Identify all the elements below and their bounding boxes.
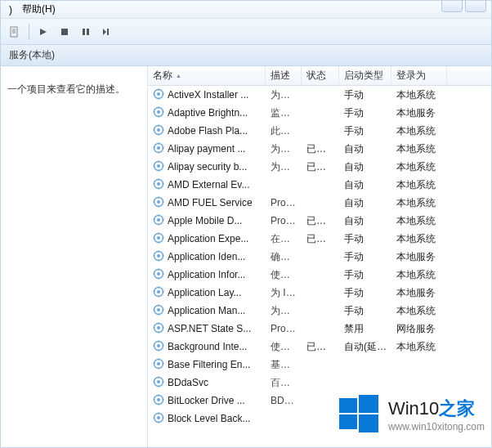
play-icon[interactable]: [34, 23, 52, 41]
svg-point-8: [157, 92, 160, 96]
column-header-startup[interactable]: 启动类型: [339, 66, 391, 85]
table-row[interactable]: Base Filtering En...基本...: [148, 356, 491, 374]
gear-icon: [153, 304, 164, 318]
gear-icon: [153, 160, 164, 174]
service-name-text: Application Man...: [168, 305, 245, 316]
gear-icon: [153, 322, 164, 336]
column-header-name[interactable]: 名称 ▲: [148, 66, 266, 85]
gear-icon: [153, 124, 164, 138]
service-startup-cell: 禁用: [339, 322, 391, 336]
service-name-cell: Alipay security b...: [148, 160, 266, 174]
svg-point-56: [157, 236, 160, 240]
service-name-text: BitLocker Drive ...: [168, 395, 245, 406]
svg-point-62: [157, 254, 160, 258]
svg-point-80: [157, 308, 160, 311]
toolbar-doc-icon[interactable]: [6, 23, 24, 41]
service-name-cell: Alipay payment ...: [148, 142, 266, 156]
service-status-cell: 已启动: [302, 340, 339, 354]
column-header-status[interactable]: 状态: [302, 66, 339, 85]
service-desc-cell: Prov...: [266, 197, 302, 208]
service-name-text: BDdaSvc: [168, 377, 208, 388]
table-row[interactable]: Alipay payment ...为支...已启动自动本地系统: [148, 140, 491, 158]
svg-point-74: [157, 290, 160, 293]
service-logon-cell: 本地系统: [391, 160, 447, 174]
service-logon-cell: 本地系统: [391, 142, 447, 156]
svg-point-98: [157, 362, 160, 365]
table-row[interactable]: Application Expe...在应...已启动手动本地系统: [148, 230, 491, 248]
service-desc-cell: 使用...: [266, 340, 302, 354]
service-name-text: ASP.NET State S...: [168, 323, 251, 334]
service-name-cell: Application Man...: [148, 304, 266, 318]
table-row[interactable]: AMD External Ev...自动本地系统: [148, 176, 491, 194]
service-name-text: Application Lay...: [168, 287, 242, 298]
service-desc-cell: 为 In...: [266, 286, 302, 300]
service-desc-cell: 为支...: [266, 142, 302, 156]
table-row[interactable]: ASP.NET State S...Prov...禁用网络服务: [148, 320, 491, 338]
service-name-cell: ActiveX Installer ...: [148, 88, 266, 102]
service-list-pane: 名称 ▲ 描述 状态 启动类型 登录为 ActiveX Installer ..…: [148, 66, 491, 447]
service-startup-cell: 手动: [339, 88, 391, 102]
table-row[interactable]: Application Infor...使用...手动本地系统: [148, 266, 491, 284]
svg-point-116: [157, 416, 160, 419]
table-row[interactable]: Apple Mobile D...Prov...已启动自动本地系统: [148, 212, 491, 230]
window-minimize-hint[interactable]: [441, 0, 463, 12]
table-row[interactable]: Block Level Back...: [148, 410, 491, 428]
service-logon-cell: 本地系统: [391, 178, 447, 192]
service-name-text: Adobe Flash Pla...: [168, 125, 248, 137]
table-row[interactable]: Adobe Flash Pla...此服...手动本地系统: [148, 122, 491, 140]
service-name-cell: AMD FUEL Service: [148, 196, 266, 210]
menu-bar: ) 帮助(H): [1, 1, 491, 19]
panel-header: 服务(本地): [1, 45, 491, 66]
service-name-cell: AMD External Ev...: [148, 178, 266, 192]
service-name-cell: Application Expe...: [148, 232, 266, 246]
gear-icon: [153, 250, 164, 264]
pause-icon[interactable]: [77, 23, 95, 41]
service-logon-cell: 本地系统: [391, 304, 447, 318]
gear-icon: [153, 214, 164, 228]
column-header-row: 名称 ▲ 描述 状态 启动类型 登录为: [148, 66, 491, 86]
menu-item-help[interactable]: 帮助(H): [17, 1, 60, 18]
table-row[interactable]: Application Man...为通...手动本地系统: [148, 302, 491, 320]
svg-rect-0: [11, 27, 17, 37]
gear-icon: [153, 232, 164, 246]
service-logon-cell: 本地服务: [391, 250, 447, 264]
service-name-cell: BitLocker Drive ...: [148, 394, 266, 408]
gear-icon: [153, 196, 164, 210]
table-row[interactable]: BitLocker Drive ...BDE...: [148, 392, 491, 410]
svg-point-68: [157, 272, 160, 276]
svg-point-50: [157, 218, 160, 222]
stop-icon[interactable]: [56, 23, 74, 41]
service-logon-cell: 本地系统: [391, 124, 447, 138]
service-desc-cell: Prov...: [266, 323, 302, 334]
svg-point-92: [157, 344, 160, 347]
service-desc-cell: 为支...: [266, 160, 302, 174]
menu-item-close-paren[interactable]: ): [4, 2, 17, 17]
table-row[interactable]: Application Iden...确定...手动本地服务: [148, 248, 491, 266]
service-rows: ActiveX Installer ...为从...手动本地系统Adaptive…: [148, 86, 491, 428]
description-hint: 一个项目来查看它的描述。: [7, 83, 125, 95]
svg-point-104: [157, 380, 160, 383]
window-maximize-hint[interactable]: [465, 0, 486, 12]
service-startup-cell: 手动: [339, 304, 391, 318]
svg-point-32: [157, 164, 160, 168]
svg-point-44: [157, 200, 160, 204]
svg-rect-4: [87, 29, 89, 35]
svg-point-110: [157, 398, 160, 401]
table-row[interactable]: AMD FUEL ServiceProv...自动本地系统: [148, 194, 491, 212]
service-status-cell: 已启动: [302, 160, 339, 174]
service-desc-cell: Prov...: [266, 215, 302, 226]
service-startup-cell: 自动: [339, 160, 391, 174]
table-row[interactable]: BDdaSvc百度...: [148, 374, 491, 392]
table-row[interactable]: ActiveX Installer ...为从...手动本地系统: [148, 86, 491, 104]
table-row[interactable]: Background Inte...使用...已启动自动(延迟...本地系统: [148, 338, 491, 356]
table-row[interactable]: Adaptive Brightn...监视...手动本地服务: [148, 104, 491, 122]
service-name-cell: Adaptive Brightn...: [148, 106, 266, 120]
column-header-desc[interactable]: 描述: [266, 66, 302, 85]
service-name-cell: Background Inte...: [148, 340, 266, 354]
table-row[interactable]: Application Lay...为 In...手动本地服务: [148, 284, 491, 302]
gear-icon: [153, 88, 164, 102]
restart-icon[interactable]: [98, 23, 116, 41]
gear-icon: [153, 106, 164, 120]
column-header-logon[interactable]: 登录为: [391, 66, 447, 85]
table-row[interactable]: Alipay security b...为支...已启动自动本地系统: [148, 158, 491, 176]
